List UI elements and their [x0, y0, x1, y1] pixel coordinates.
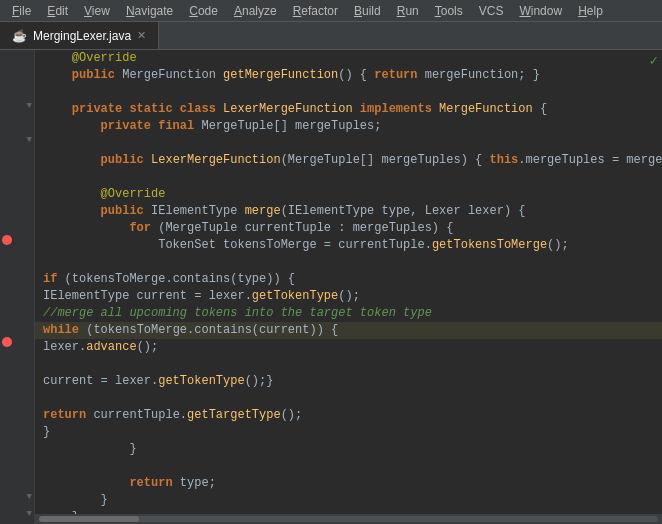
line-26: return type;	[0, 475, 662, 492]
menu-refactor[interactable]: Refactor	[285, 2, 346, 20]
line-number	[0, 305, 35, 322]
line-content: TokenSet tokensToMerge = currentTuple.ge…	[35, 237, 569, 254]
breakpoint-marker	[2, 235, 12, 245]
line-content: while (tokensToMerge.contains(current)) …	[35, 322, 338, 339]
line-number	[0, 407, 35, 424]
line-1: @Override	[0, 50, 662, 67]
code-area[interactable]: ▼ ▼ ▼ ▼ @Override public MergeFunction g…	[0, 50, 662, 524]
line-19	[0, 356, 662, 373]
tab-close-button[interactable]: ✕	[137, 29, 146, 42]
line-number	[0, 441, 35, 458]
line-content: //merge all upcoming tokens into the tar…	[35, 305, 432, 322]
menu-vcs[interactable]: VCS	[471, 2, 512, 20]
menu-view[interactable]: View	[76, 2, 118, 20]
line-content	[35, 254, 50, 271]
line-3	[0, 84, 662, 101]
line-content: current = lexer.getTokenType();}	[35, 373, 273, 390]
scrollbar-thumb[interactable]	[39, 516, 139, 522]
tab-label: MergingLexer.java	[33, 29, 131, 43]
line-14: if (tokensToMerge.contains(type)) {	[0, 271, 662, 288]
line-number	[0, 118, 35, 135]
fold-icon-2[interactable]: ▼	[27, 135, 32, 145]
line-number	[0, 458, 35, 475]
line-content	[35, 458, 50, 475]
line-number	[0, 373, 35, 390]
line-content: private static class LexerMergeFunction …	[35, 101, 547, 118]
line-content: public LexerMergeFunction(MergeTuple[] m…	[35, 152, 662, 169]
line-16: //merge all upcoming tokens into the tar…	[0, 305, 662, 322]
line-18: lexer.advance();	[0, 339, 662, 356]
line-content: }	[35, 441, 137, 458]
menu-help[interactable]: Help	[570, 2, 611, 20]
line-12: TokenSet tokensToMerge = currentTuple.ge…	[0, 237, 662, 254]
tab-merging-lexer[interactable]: ☕ MergingLexer.java ✕	[0, 22, 159, 49]
line-10: public IElementType merge(IElementType t…	[0, 203, 662, 220]
line-content	[35, 169, 50, 186]
line-25	[0, 458, 662, 475]
fold-icon-1[interactable]: ▼	[27, 101, 32, 111]
line-number	[0, 390, 35, 407]
line-20: current = lexer.getTokenType();}	[0, 373, 662, 390]
line-number	[0, 203, 35, 220]
line-11: for (MergeTuple currentTuple : mergeTupl…	[0, 220, 662, 237]
menu-bar: File Edit View Navigate Code Analyze Ref…	[0, 0, 662, 22]
line-5: private final MergeTuple[] mergeTuples;	[0, 118, 662, 135]
horizontal-scrollbar[interactable]	[35, 514, 662, 524]
line-number	[0, 50, 35, 67]
fold-icon-4[interactable]: ▼	[27, 492, 32, 502]
line-number	[0, 288, 35, 305]
line-content: return type;	[35, 475, 216, 492]
line-content: @Override	[35, 50, 137, 67]
line-number	[0, 67, 35, 84]
line-13	[0, 254, 662, 271]
line-23: }	[0, 424, 662, 441]
line-number	[0, 424, 35, 441]
menu-build[interactable]: Build	[346, 2, 389, 20]
line-content: }	[35, 424, 50, 441]
fold-icon-3[interactable]: ▼	[27, 509, 32, 519]
line-content	[35, 84, 50, 101]
line-2: public MergeFunction getMergeFunction() …	[0, 67, 662, 84]
tab-bar: ☕ MergingLexer.java ✕	[0, 22, 662, 50]
line-21	[0, 390, 662, 407]
line-number	[0, 271, 35, 288]
line-content: lexer.advance();	[35, 339, 158, 356]
line-number	[0, 152, 35, 169]
line-9: @Override	[0, 186, 662, 203]
menu-run[interactable]: Run	[389, 2, 427, 20]
menu-window[interactable]: Window	[511, 2, 570, 20]
line-6	[0, 135, 662, 152]
line-number	[0, 475, 35, 492]
line-content: @Override	[35, 186, 165, 203]
line-number	[0, 356, 35, 373]
line-content	[35, 135, 50, 152]
line-17: while (tokensToMerge.contains(current)) …	[0, 322, 662, 339]
menu-analyze[interactable]: Analyze	[226, 2, 285, 20]
menu-navigate[interactable]: Navigate	[118, 2, 181, 20]
scrollbar-track	[39, 516, 658, 522]
line-24: }	[0, 441, 662, 458]
line-content: IElementType current = lexer.getTokenTyp…	[35, 288, 360, 305]
line-content: }	[35, 492, 108, 509]
line-content: if (tokensToMerge.contains(type)) {	[35, 271, 295, 288]
line-22: return currentTuple.getTargetType();	[0, 407, 662, 424]
line-4: private static class LexerMergeFunction …	[0, 101, 662, 118]
code-content: ▼ ▼ ▼ ▼ @Override public MergeFunction g…	[0, 50, 662, 524]
line-7: public LexerMergeFunction(MergeTuple[] m…	[0, 152, 662, 169]
menu-tools[interactable]: Tools	[427, 2, 471, 20]
line-content: public IElementType merge(IElementType t…	[35, 203, 526, 220]
line-15: IElementType current = lexer.getTokenTyp…	[0, 288, 662, 305]
line-8	[0, 169, 662, 186]
breakpoint-marker-2	[2, 337, 12, 347]
line-content	[35, 390, 50, 407]
line-content: public MergeFunction getMergeFunction() …	[35, 67, 540, 84]
menu-edit[interactable]: Edit	[39, 2, 76, 20]
menu-code[interactable]: Code	[181, 2, 226, 20]
menu-file[interactable]: File	[4, 2, 39, 20]
line-content	[35, 356, 50, 373]
line-content: return currentTuple.getTargetType();	[35, 407, 302, 424]
line-27: }	[0, 492, 662, 509]
line-number	[0, 186, 35, 203]
line-number	[0, 169, 35, 186]
line-content: private final MergeTuple[] mergeTuples;	[35, 118, 381, 135]
